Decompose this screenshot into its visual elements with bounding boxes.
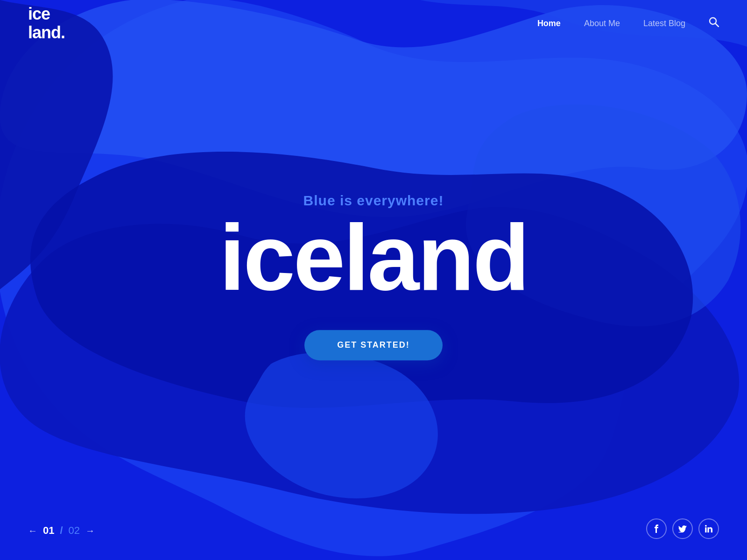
- svg-line-2: [716, 24, 719, 27]
- page-total: 02: [69, 525, 80, 537]
- nav-search-item[interactable]: [709, 17, 719, 30]
- logo[interactable]: ice land.: [28, 5, 65, 42]
- nav-link-home[interactable]: Home: [537, 19, 561, 28]
- social-twitter[interactable]: [672, 518, 693, 539]
- nav-item-blog[interactable]: Latest Blog: [643, 19, 685, 28]
- hero-content: Blue is everywhere! iceland GET STARTED!: [0, 193, 747, 360]
- hero-title: iceland: [0, 213, 747, 302]
- cta-button[interactable]: GET STARTED!: [304, 330, 443, 360]
- prev-arrow[interactable]: ←: [28, 525, 37, 536]
- navigation: ice land. Home About Me Latest Blog: [0, 0, 747, 47]
- pagination: ← 01 / 02 →: [28, 525, 95, 537]
- nav-item-about[interactable]: About Me: [584, 19, 620, 28]
- social-linkedin[interactable]: [698, 518, 719, 539]
- social-links: [646, 518, 719, 539]
- nav-link-blog[interactable]: Latest Blog: [643, 19, 685, 28]
- next-arrow[interactable]: →: [85, 525, 95, 536]
- page-separator: /: [60, 525, 63, 537]
- logo-line2: land.: [28, 23, 65, 42]
- logo-line1: ice: [28, 5, 65, 23]
- search-icon[interactable]: [709, 18, 719, 29]
- nav-links: Home About Me Latest Blog: [537, 17, 719, 30]
- page-current: 01: [43, 525, 54, 537]
- nav-link-about[interactable]: About Me: [584, 19, 620, 28]
- social-facebook[interactable]: [646, 518, 667, 539]
- nav-item-home[interactable]: Home: [537, 19, 561, 28]
